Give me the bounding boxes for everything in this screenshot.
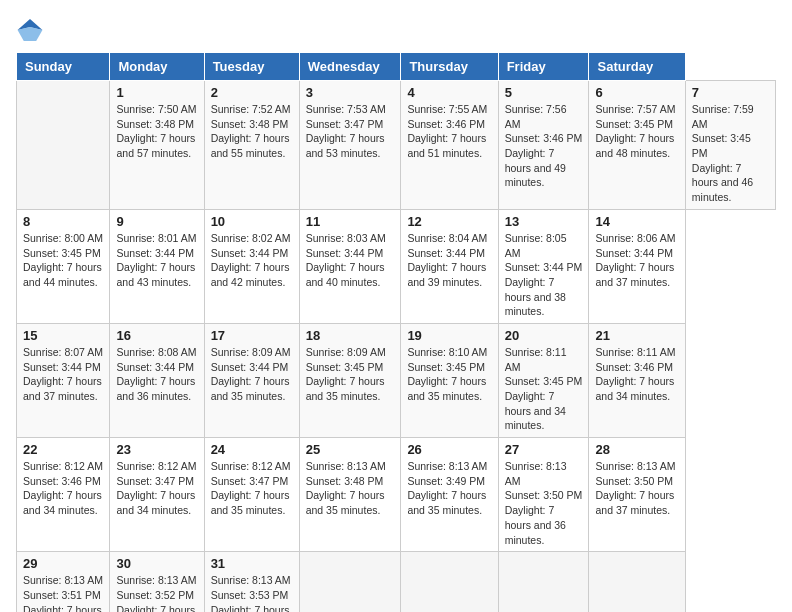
day-number: 1: [116, 85, 197, 100]
day-info: Sunrise: 8:13 AMSunset: 3:52 PMDaylight:…: [116, 573, 197, 612]
day-info: Sunrise: 8:11 AMSunset: 3:46 PMDaylight:…: [595, 345, 678, 404]
col-header-thursday: Thursday: [401, 53, 498, 81]
day-number: 19: [407, 328, 491, 343]
day-info: Sunrise: 8:02 AMSunset: 3:44 PMDaylight:…: [211, 231, 293, 290]
day-number: 15: [23, 328, 103, 343]
calendar-cell: 20Sunrise: 8:11 AMSunset: 3:45 PMDayligh…: [498, 323, 589, 437]
calendar-cell: 29Sunrise: 8:13 AMSunset: 3:51 PMDayligh…: [17, 552, 110, 612]
col-header-wednesday: Wednesday: [299, 53, 401, 81]
day-number: 20: [505, 328, 583, 343]
day-info: Sunrise: 8:13 AMSunset: 3:50 PMDaylight:…: [595, 459, 678, 518]
day-number: 4: [407, 85, 491, 100]
day-info: Sunrise: 7:52 AMSunset: 3:48 PMDaylight:…: [211, 102, 293, 161]
day-number: 12: [407, 214, 491, 229]
day-info: Sunrise: 8:13 AMSunset: 3:51 PMDaylight:…: [23, 573, 103, 612]
calendar-cell: [17, 81, 110, 210]
calendar-cell: [498, 552, 589, 612]
calendar-cell: 8Sunrise: 8:00 AMSunset: 3:45 PMDaylight…: [17, 209, 110, 323]
day-number: 2: [211, 85, 293, 100]
day-number: 30: [116, 556, 197, 571]
day-number: 13: [505, 214, 583, 229]
day-info: Sunrise: 8:12 AMSunset: 3:47 PMDaylight:…: [211, 459, 293, 518]
day-info: Sunrise: 8:06 AMSunset: 3:44 PMDaylight:…: [595, 231, 678, 290]
day-info: Sunrise: 8:11 AMSunset: 3:45 PMDaylight:…: [505, 345, 583, 433]
day-number: 24: [211, 442, 293, 457]
calendar-cell: 19Sunrise: 8:10 AMSunset: 3:45 PMDayligh…: [401, 323, 498, 437]
day-info: Sunrise: 7:55 AMSunset: 3:46 PMDaylight:…: [407, 102, 491, 161]
calendar-cell: [401, 552, 498, 612]
calendar-cell: 16Sunrise: 8:08 AMSunset: 3:44 PMDayligh…: [110, 323, 204, 437]
calendar-cell: 30Sunrise: 8:13 AMSunset: 3:52 PMDayligh…: [110, 552, 204, 612]
day-info: Sunrise: 7:57 AMSunset: 3:45 PMDaylight:…: [595, 102, 678, 161]
day-info: Sunrise: 7:59 AMSunset: 3:45 PMDaylight:…: [692, 102, 769, 205]
calendar-cell: 22Sunrise: 8:12 AMSunset: 3:46 PMDayligh…: [17, 438, 110, 552]
day-info: Sunrise: 8:08 AMSunset: 3:44 PMDaylight:…: [116, 345, 197, 404]
day-info: Sunrise: 8:07 AMSunset: 3:44 PMDaylight:…: [23, 345, 103, 404]
day-number: 17: [211, 328, 293, 343]
calendar-cell: 27Sunrise: 8:13 AMSunset: 3:50 PMDayligh…: [498, 438, 589, 552]
day-info: Sunrise: 8:13 AMSunset: 3:53 PMDaylight:…: [211, 573, 293, 612]
day-info: Sunrise: 8:01 AMSunset: 3:44 PMDaylight:…: [116, 231, 197, 290]
day-number: 31: [211, 556, 293, 571]
day-number: 23: [116, 442, 197, 457]
calendar-cell: 3Sunrise: 7:53 AMSunset: 3:47 PMDaylight…: [299, 81, 401, 210]
day-number: 9: [116, 214, 197, 229]
page-header: [16, 16, 776, 44]
day-number: 14: [595, 214, 678, 229]
calendar-cell: 25Sunrise: 8:13 AMSunset: 3:48 PMDayligh…: [299, 438, 401, 552]
day-number: 25: [306, 442, 395, 457]
calendar-cell: 6Sunrise: 7:57 AMSunset: 3:45 PMDaylight…: [589, 81, 685, 210]
day-number: 6: [595, 85, 678, 100]
calendar-cell: 23Sunrise: 8:12 AMSunset: 3:47 PMDayligh…: [110, 438, 204, 552]
day-number: 3: [306, 85, 395, 100]
day-info: Sunrise: 8:10 AMSunset: 3:45 PMDaylight:…: [407, 345, 491, 404]
calendar-cell: 14Sunrise: 8:06 AMSunset: 3:44 PMDayligh…: [589, 209, 685, 323]
calendar-cell: 7Sunrise: 7:59 AMSunset: 3:45 PMDaylight…: [685, 81, 775, 210]
logo: [16, 16, 48, 44]
day-number: 5: [505, 85, 583, 100]
day-number: 18: [306, 328, 395, 343]
calendar-cell: 31Sunrise: 8:13 AMSunset: 3:53 PMDayligh…: [204, 552, 299, 612]
calendar-cell: 24Sunrise: 8:12 AMSunset: 3:47 PMDayligh…: [204, 438, 299, 552]
day-info: Sunrise: 8:00 AMSunset: 3:45 PMDaylight:…: [23, 231, 103, 290]
day-info: Sunrise: 8:13 AMSunset: 3:48 PMDaylight:…: [306, 459, 395, 518]
day-info: Sunrise: 7:53 AMSunset: 3:47 PMDaylight:…: [306, 102, 395, 161]
day-number: 11: [306, 214, 395, 229]
day-info: Sunrise: 8:03 AMSunset: 3:44 PMDaylight:…: [306, 231, 395, 290]
day-number: 10: [211, 214, 293, 229]
day-number: 21: [595, 328, 678, 343]
day-number: 29: [23, 556, 103, 571]
calendar-cell: 10Sunrise: 8:02 AMSunset: 3:44 PMDayligh…: [204, 209, 299, 323]
calendar-cell: [299, 552, 401, 612]
calendar-cell: 9Sunrise: 8:01 AMSunset: 3:44 PMDaylight…: [110, 209, 204, 323]
day-info: Sunrise: 8:13 AMSunset: 3:49 PMDaylight:…: [407, 459, 491, 518]
day-info: Sunrise: 8:12 AMSunset: 3:46 PMDaylight:…: [23, 459, 103, 518]
col-header-saturday: Saturday: [589, 53, 685, 81]
col-header-friday: Friday: [498, 53, 589, 81]
day-number: 27: [505, 442, 583, 457]
calendar-cell: 2Sunrise: 7:52 AMSunset: 3:48 PMDaylight…: [204, 81, 299, 210]
day-info: Sunrise: 8:04 AMSunset: 3:44 PMDaylight:…: [407, 231, 491, 290]
col-header-sunday: Sunday: [17, 53, 110, 81]
logo-icon: [16, 16, 44, 44]
col-header-monday: Monday: [110, 53, 204, 81]
day-info: Sunrise: 8:13 AMSunset: 3:50 PMDaylight:…: [505, 459, 583, 547]
calendar-cell: 11Sunrise: 8:03 AMSunset: 3:44 PMDayligh…: [299, 209, 401, 323]
calendar-cell: 17Sunrise: 8:09 AMSunset: 3:44 PMDayligh…: [204, 323, 299, 437]
calendar-cell: 18Sunrise: 8:09 AMSunset: 3:45 PMDayligh…: [299, 323, 401, 437]
day-info: Sunrise: 8:09 AMSunset: 3:44 PMDaylight:…: [211, 345, 293, 404]
day-number: 8: [23, 214, 103, 229]
col-header-tuesday: Tuesday: [204, 53, 299, 81]
calendar-cell: 28Sunrise: 8:13 AMSunset: 3:50 PMDayligh…: [589, 438, 685, 552]
calendar-cell: 12Sunrise: 8:04 AMSunset: 3:44 PMDayligh…: [401, 209, 498, 323]
calendar-cell: 26Sunrise: 8:13 AMSunset: 3:49 PMDayligh…: [401, 438, 498, 552]
calendar-table: SundayMondayTuesdayWednesdayThursdayFrid…: [16, 52, 776, 612]
calendar-cell: 4Sunrise: 7:55 AMSunset: 3:46 PMDaylight…: [401, 81, 498, 210]
day-number: 26: [407, 442, 491, 457]
day-number: 22: [23, 442, 103, 457]
day-number: 28: [595, 442, 678, 457]
day-info: Sunrise: 8:12 AMSunset: 3:47 PMDaylight:…: [116, 459, 197, 518]
day-info: Sunrise: 7:56 AMSunset: 3:46 PMDaylight:…: [505, 102, 583, 190]
day-number: 7: [692, 85, 769, 100]
calendar-cell: 1Sunrise: 7:50 AMSunset: 3:48 PMDaylight…: [110, 81, 204, 210]
